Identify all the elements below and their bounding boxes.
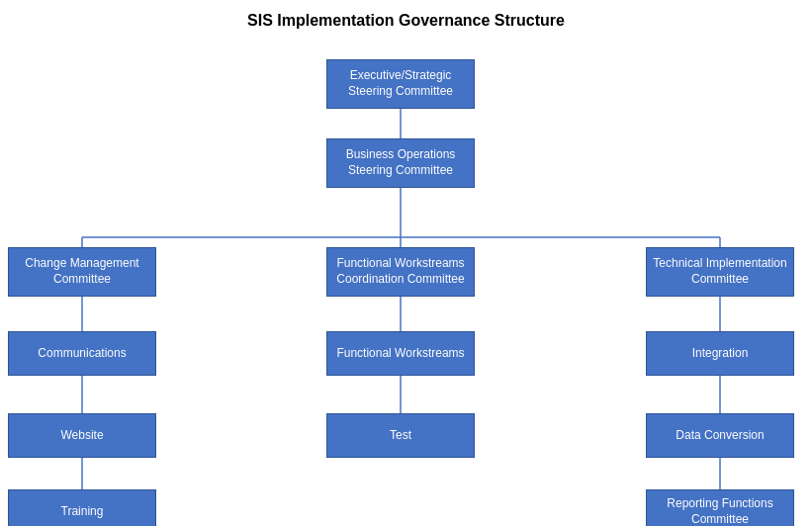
org-chart: Executive/StrategicSteering Committee Bu… <box>0 30 812 514</box>
reporting-box: Reporting FunctionsCommittee <box>646 489 794 526</box>
training-box: Training <box>8 489 156 526</box>
page-title: SIS Implementation Governance Structure <box>0 0 812 30</box>
integration-box: Integration <box>646 331 794 376</box>
technical-box: Technical ImplementationCommittee <box>646 247 794 297</box>
functional-coord-box: Functional WorkstreamsCoordination Commi… <box>326 247 475 297</box>
executive-box: Executive/StrategicSteering Committee <box>326 59 475 109</box>
business-box: Business OperationsSteering Committee <box>326 138 475 188</box>
website-box: Website <box>8 413 156 458</box>
functional-ws-box: Functional Workstreams <box>326 331 475 376</box>
data-conversion-box: Data Conversion <box>646 413 794 458</box>
change-box: Change ManagementCommittee <box>8 247 156 297</box>
communications-box: Communications <box>8 331 156 376</box>
test-box: Test <box>326 413 475 458</box>
